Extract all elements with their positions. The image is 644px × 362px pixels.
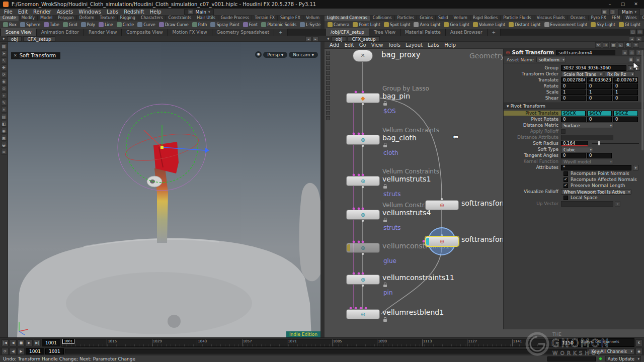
group-field[interactable]: 3032 3034 3036-3060: [561, 65, 626, 71]
shelf-tab[interactable]: Polygon: [55, 16, 76, 21]
prev-frame-button[interactable]: ◀: [10, 339, 17, 346]
network-breadcrumb-root[interactable]: obj: [332, 36, 347, 42]
node-bag-cloth[interactable]: ⊛: [346, 135, 380, 145]
shear-z-field[interactable]: 0: [613, 96, 638, 101]
pane-tab[interactable]: /obj/CFX_setup: [326, 29, 369, 36]
back-icon[interactable]: ◂: [629, 36, 635, 42]
shelf-tool[interactable]: Camera: [326, 21, 351, 28]
shelf-tab[interactable]: Lights and Cameras: [325, 16, 370, 21]
shelf-tab[interactable]: Solid: [436, 16, 451, 21]
shelf-tab[interactable]: Viscous Fluids: [534, 16, 568, 21]
soft-type-dropdown[interactable]: Cubic: [561, 147, 593, 152]
pane-split-horizontal-icon[interactable]: ◫: [630, 29, 636, 35]
shelf-tool[interactable]: Point Light: [351, 21, 381, 28]
shelf-tab[interactable]: Vellum FX: [303, 16, 320, 21]
shear-x-field[interactable]: 0: [561, 96, 586, 101]
shelf-tab[interactable]: Terrain FX: [252, 16, 278, 21]
visualize-falloff-dropdown[interactable]: When Viewport Tool Is Active: [561, 189, 631, 195]
step-back-button[interactable]: ◀: [10, 348, 17, 355]
pin-icon[interactable]: ◎: [629, 50, 635, 55]
shelf-tab[interactable]: Wires: [623, 16, 639, 21]
shelf-tab[interactable]: Oceans: [568, 16, 589, 21]
shelf-tab[interactable]: Particles: [395, 16, 418, 21]
shelf-tool[interactable]: L-System: [298, 21, 320, 28]
apply-rolloff-checkbox[interactable]: [561, 129, 566, 134]
menu-item[interactable]: Windows: [78, 9, 101, 15]
shelf-tab[interactable]: Model: [38, 16, 55, 21]
menu-item[interactable]: Redshift: [124, 9, 144, 15]
camera-mode-pill[interactable]: Persp ▾: [263, 52, 287, 58]
shelf-tool[interactable]: Poly: [79, 21, 97, 28]
state-indicator[interactable]: ✕ Soft Transform: [11, 52, 60, 59]
pivot-translate-x-field[interactable]: $GCX: [561, 111, 586, 116]
pane-tab[interactable]: Material Palette: [400, 29, 446, 36]
attributes-dropdown-icon[interactable]: ▾: [633, 165, 638, 170]
breadcrumb-root[interactable]: obj: [7, 36, 22, 42]
shelf-tool[interactable]: Distant Light: [507, 21, 542, 28]
message-log-field[interactable]: [547, 356, 596, 361]
step-forward-button[interactable]: ▶: [18, 348, 25, 355]
node-vellumconstraints11[interactable]: ⊛: [346, 275, 380, 285]
pin-icon[interactable]: ✦: [2, 37, 6, 41]
camera-tool-icon[interactable]: ◉: [1, 128, 7, 134]
wrench-icon[interactable]: ⚒: [595, 42, 601, 48]
shelf-tool[interactable]: GI Light: [617, 21, 642, 28]
loop-button[interactable]: ⟳: [2, 348, 9, 355]
node-softtransform4[interactable]: ⊛: [425, 236, 459, 246]
shelf-tool[interactable]: Font: [242, 21, 259, 28]
shelf-tab[interactable]: Rigid Bodies: [470, 16, 501, 21]
overview-icon[interactable]: ◱: [618, 42, 624, 48]
shelf-tool[interactable]: Circle: [115, 21, 135, 28]
display-tool-icon[interactable]: ◒: [1, 142, 7, 148]
rotate-x-field[interactable]: 0: [561, 83, 586, 89]
shelf-tab[interactable]: Constraints: [166, 16, 195, 21]
camera-key-icon[interactable]: ◉: [635, 348, 642, 355]
close-state-icon[interactable]: ✕: [14, 53, 17, 58]
pivot-rotate-x-field[interactable]: 0: [561, 117, 586, 122]
shelf-tool[interactable]: Path: [191, 21, 209, 28]
play-button[interactable]: ▶: [26, 339, 33, 346]
distance-attribute-field[interactable]: [561, 135, 613, 140]
rotate-tool-icon[interactable]: ⟳: [1, 71, 7, 77]
soft-radius-slider[interactable]: [592, 143, 639, 144]
pivot-translate-z-field[interactable]: $GCZ: [613, 111, 638, 116]
timeline-ruler[interactable]: 1001101510291043105710711085109911131127…: [61, 339, 557, 347]
shelf-tab[interactable]: Create: [0, 16, 19, 21]
scale-z-field[interactable]: 1: [613, 89, 638, 95]
shelf-tab[interactable]: Crowds: [639, 16, 644, 21]
scene-viewport[interactable]: ✕ Soft Transform ◉ Persp ▾ No cam ▾ Indi…: [8, 42, 320, 337]
light-tool-icon[interactable]: ◧: [1, 121, 7, 127]
snap-tool-icon[interactable]: ⌖: [1, 93, 7, 99]
node-vellumconstraints10[interactable]: ⊛: [346, 243, 380, 253]
auto-update-dropdown[interactable]: Auto Update: [605, 356, 641, 361]
menu-item[interactable]: Render: [33, 9, 51, 15]
scale-y-field[interactable]: 1: [587, 89, 612, 95]
pane-grip-icon[interactable]: ▦: [1, 43, 7, 49]
split-icon[interactable]: ◫: [609, 9, 615, 15]
pivot-translate-y-field[interactable]: $GCY: [587, 111, 612, 116]
shelf-tab[interactable]: FEM: [609, 16, 623, 21]
preserve-normal-length-checkbox[interactable]: [564, 184, 568, 188]
magnet-icon[interactable]: ∪: [603, 42, 609, 48]
forward-icon[interactable]: ▸: [636, 36, 642, 42]
local-space-checkbox[interactable]: [564, 196, 568, 200]
grid-snap-icon[interactable]: ▦: [610, 42, 616, 48]
shelf-tab[interactable]: Modify: [19, 16, 38, 21]
distance-metric-dropdown[interactable]: Surface: [561, 123, 613, 128]
kernel-function-dropdown[interactable]: Wyvill model: [561, 159, 613, 164]
parameter-scrollbar[interactable]: [641, 50, 643, 150]
select-tool-icon[interactable]: ↖: [1, 57, 7, 63]
pane-tab[interactable]: Geometry Spreadsheet: [212, 29, 274, 36]
view-tool-icon[interactable]: ➤: [1, 50, 7, 56]
pane-tab[interactable]: Asset Browser: [446, 29, 488, 36]
network-menu-item[interactable]: Edit: [344, 42, 354, 48]
forward-icon[interactable]: ▸: [312, 36, 318, 42]
shelf-tool[interactable]: Geo Light: [442, 21, 471, 28]
options-tool-icon[interactable]: ≡: [1, 149, 7, 155]
material-tool-icon[interactable]: ▤: [1, 114, 7, 120]
pane-splitter[interactable]: [320, 42, 325, 337]
shelf-tab[interactable]: Characters: [138, 16, 166, 21]
shelf-tab[interactable]: Hair Utils: [194, 16, 218, 21]
node-bag-pin[interactable]: ◆: [346, 93, 380, 103]
pane-split-vertical-icon[interactable]: ⊟: [637, 29, 643, 35]
